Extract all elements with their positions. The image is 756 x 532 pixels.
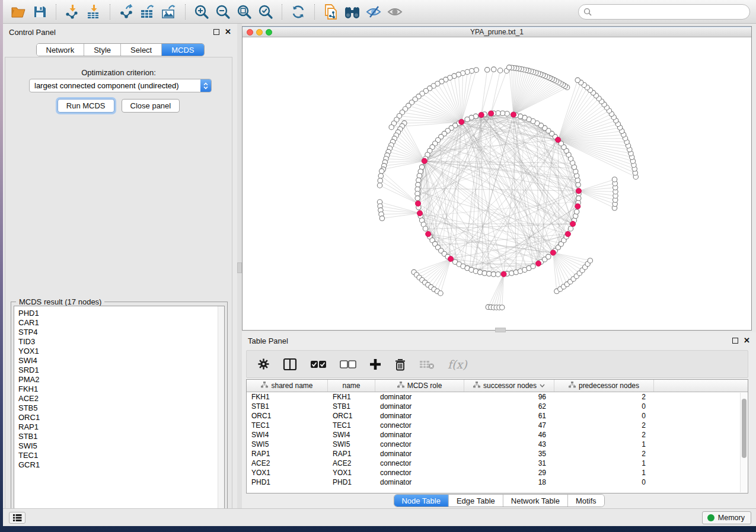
search-input[interactable] bbox=[592, 8, 749, 16]
network-node[interactable] bbox=[575, 78, 580, 82]
mcds-result-item[interactable]: CAR1 bbox=[18, 318, 224, 328]
delete-icon[interactable] bbox=[394, 358, 406, 371]
select-all-icon[interactable] bbox=[310, 360, 327, 369]
criterion-dropdown[interactable]: largest connected component (undirected) bbox=[29, 79, 212, 92]
zoom-selected-icon[interactable] bbox=[257, 3, 275, 21]
mcds-node[interactable] bbox=[426, 231, 431, 236]
export-image-icon[interactable] bbox=[160, 3, 178, 21]
export-network-icon[interactable] bbox=[117, 3, 135, 21]
mcds-result-item[interactable]: RAP1 bbox=[18, 422, 224, 432]
mcds-result-item[interactable]: STB1 bbox=[18, 432, 224, 441]
mcds-node[interactable] bbox=[556, 137, 561, 142]
import-network-icon[interactable] bbox=[63, 3, 81, 21]
tab-network[interactable]: Network bbox=[36, 44, 84, 56]
network-window-titlebar[interactable]: YPA_prune.txt_1 bbox=[243, 27, 751, 37]
mcds-node[interactable] bbox=[535, 261, 541, 266]
tab-style[interactable]: Style bbox=[84, 44, 121, 56]
mcds-list-scrollbar[interactable] bbox=[218, 306, 224, 516]
table-row[interactable]: RAP1RAP1dominator352 bbox=[247, 449, 748, 459]
tab-motifs[interactable]: Motifs bbox=[568, 495, 604, 507]
network-node[interactable] bbox=[478, 270, 483, 274]
network-graph[interactable] bbox=[243, 38, 751, 330]
network-node[interactable] bbox=[415, 196, 420, 200]
network-node[interactable] bbox=[546, 254, 551, 259]
network-node[interactable] bbox=[379, 216, 384, 220]
table-row[interactable]: FKH1FKH1dominator962 bbox=[247, 392, 748, 402]
mcds-node[interactable] bbox=[565, 231, 570, 236]
network-node[interactable] bbox=[378, 178, 382, 183]
task-history-button[interactable] bbox=[9, 512, 25, 524]
tab-mcds[interactable]: MCDS bbox=[162, 44, 203, 56]
column-header-predecessor-nodes[interactable]: predecessor nodes bbox=[554, 380, 654, 392]
mcds-node[interactable] bbox=[415, 201, 420, 206]
network-node[interactable] bbox=[588, 258, 592, 263]
network-node[interactable] bbox=[497, 68, 502, 73]
mcds-result-item[interactable]: ORC1 bbox=[18, 413, 224, 422]
close-panel-icon[interactable]: ✕ bbox=[225, 29, 231, 35]
network-node[interactable] bbox=[568, 226, 573, 231]
table-row[interactable]: ACE2ACE2connector311 bbox=[247, 459, 748, 468]
zoom-in-icon[interactable] bbox=[193, 3, 210, 21]
mcds-node[interactable] bbox=[576, 188, 581, 194]
network-node[interactable] bbox=[496, 272, 500, 277]
mcds-result-item[interactable]: TID3 bbox=[18, 337, 224, 347]
table-row[interactable]: ORC1ORC1dominator610 bbox=[247, 411, 748, 421]
network-node[interactable] bbox=[485, 68, 490, 72]
table-row[interactable]: SWI4SWI4dominator462 bbox=[247, 430, 748, 440]
mcds-result-item[interactable]: PMA2 bbox=[18, 375, 224, 384]
network-node[interactable] bbox=[576, 196, 581, 200]
run-mcds-button[interactable]: Run MCDS bbox=[58, 99, 114, 113]
network-node[interactable] bbox=[492, 67, 496, 72]
network-node[interactable] bbox=[423, 226, 428, 231]
network-node[interactable] bbox=[377, 183, 382, 188]
column-header-shared-name[interactable]: shared name bbox=[247, 380, 328, 392]
mcds-node[interactable] bbox=[448, 256, 454, 261]
network-node[interactable] bbox=[379, 169, 384, 174]
mcds-result-item[interactable]: SWI5 bbox=[18, 441, 224, 451]
mcds-result-item[interactable]: FKH1 bbox=[18, 384, 224, 394]
mcds-result-item[interactable]: PHD1 bbox=[18, 309, 224, 318]
mcds-node[interactable] bbox=[575, 204, 580, 209]
mcds-node[interactable] bbox=[459, 119, 464, 124]
network-node[interactable] bbox=[417, 174, 422, 178]
hide-selected-icon[interactable] bbox=[365, 3, 382, 21]
mcds-node[interactable] bbox=[550, 250, 556, 255]
float-table-panel-icon[interactable] bbox=[732, 338, 738, 344]
zoom-fit-icon[interactable] bbox=[235, 3, 253, 21]
mcds-result-list[interactable]: PHD1CAR1STP4TID3YOX1SWI4SRD1PMA2FKH1ACE2… bbox=[14, 306, 225, 517]
network-node[interactable] bbox=[500, 305, 505, 310]
network-node[interactable] bbox=[474, 68, 479, 72]
import-table-icon[interactable] bbox=[85, 3, 103, 21]
zoom-out-icon[interactable] bbox=[214, 3, 232, 21]
mcds-node[interactable] bbox=[511, 112, 516, 117]
network-node[interactable] bbox=[507, 65, 512, 70]
mcds-result-item[interactable]: SRD1 bbox=[18, 366, 224, 375]
search-network-icon[interactable] bbox=[343, 3, 361, 21]
network-node[interactable] bbox=[465, 117, 470, 121]
mcds-result-item[interactable]: GCR1 bbox=[18, 460, 224, 470]
mcds-node[interactable] bbox=[417, 210, 422, 216]
float-panel-icon[interactable] bbox=[213, 29, 219, 35]
table-scrollbar-thumb[interactable] bbox=[742, 399, 747, 458]
table-row[interactable]: YOX1YOX1connector291 bbox=[247, 468, 748, 477]
add-icon[interactable] bbox=[369, 358, 381, 370]
mcds-result-item[interactable]: STB5 bbox=[18, 403, 224, 413]
network-node[interactable] bbox=[416, 178, 421, 182]
table-scrollbar[interactable] bbox=[740, 393, 747, 492]
mcds-node[interactable] bbox=[501, 271, 506, 277]
network-node[interactable] bbox=[389, 125, 394, 130]
network-node[interactable] bbox=[509, 271, 514, 275]
table-row[interactable]: STB1STB1dominator620 bbox=[247, 402, 748, 411]
divider-grip[interactable] bbox=[237, 262, 242, 273]
column-header-name[interactable]: name bbox=[328, 380, 375, 392]
mcds-result-item[interactable]: SWI4 bbox=[18, 356, 224, 366]
close-panel-button[interactable]: Close panel bbox=[122, 99, 180, 113]
tab-node-table[interactable]: Node Table bbox=[394, 495, 449, 507]
network-node[interactable] bbox=[575, 178, 580, 182]
network-node[interactable] bbox=[438, 291, 443, 296]
memory-button[interactable]: Memory bbox=[702, 511, 751, 524]
clone-network-icon[interactable] bbox=[322, 3, 340, 21]
vertical-split-divider[interactable] bbox=[237, 24, 242, 508]
mcds-node[interactable] bbox=[422, 158, 427, 164]
network-node[interactable] bbox=[612, 177, 617, 182]
